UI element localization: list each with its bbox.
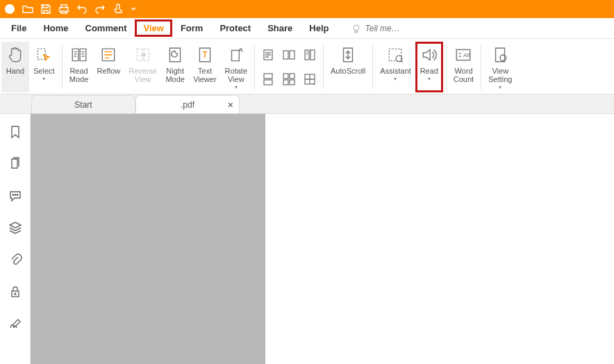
view-setting-icon — [491, 44, 509, 65]
svg-point-20 — [17, 195, 17, 195]
word-count-button[interactable]: AB Word Count — [449, 42, 478, 92]
document-canvas[interactable] — [31, 114, 265, 364]
svg-rect-10 — [305, 50, 309, 60]
rotate-view-label: Rotate View — [225, 67, 247, 83]
pages-icon[interactable] — [8, 157, 22, 171]
signature-icon[interactable] — [8, 317, 22, 331]
workspace — [0, 114, 614, 364]
select-tool-button[interactable]: Select — [29, 42, 59, 92]
navigation-side-rail — [0, 114, 31, 364]
svg-text:AB: AB — [463, 52, 470, 58]
svg-rect-3 — [264, 80, 272, 85]
save-icon[interactable] — [40, 3, 51, 15]
document-tab-pdf[interactable]: .pdf × — [135, 95, 240, 113]
view-setting-button[interactable]: View Setting — [484, 42, 516, 92]
close-icon[interactable]: × — [228, 99, 233, 110]
hand-tool-button[interactable]: Hand — [1, 42, 29, 92]
select-caret-icon — [42, 76, 45, 82]
tell-me-search[interactable] — [351, 23, 427, 34]
reflow-label: Reflow — [97, 67, 121, 75]
svg-rect-5 — [290, 51, 294, 59]
svg-point-22 — [15, 293, 16, 295]
night-mode-button[interactable]: Night Mode — [161, 42, 189, 92]
read-mode-icon — [70, 44, 88, 65]
hand-icon — [6, 44, 24, 65]
document-tab-strip: Start .pdf × — [0, 94, 614, 114]
reflow-button[interactable]: Reflow — [93, 42, 125, 92]
word-count-icon: AB — [454, 44, 472, 65]
text-viewer-label: Text Viewer — [193, 67, 216, 83]
document-tab-start[interactable]: Start — [31, 95, 135, 113]
svg-rect-9 — [290, 80, 294, 85]
undo-icon[interactable] — [76, 3, 88, 15]
menu-form[interactable]: Form — [172, 19, 212, 37]
svg-rect-2 — [264, 74, 272, 78]
continuous-page-button[interactable] — [259, 72, 277, 87]
reflow-icon — [99, 44, 117, 65]
reverse-view-label: Reverse View — [128, 67, 157, 83]
text-viewer-button[interactable]: Text Viewer — [189, 42, 220, 92]
read-mode-button[interactable]: Read Mode — [65, 42, 93, 92]
svg-rect-13 — [390, 49, 401, 60]
lightbulb-icon — [351, 23, 362, 34]
split-button[interactable] — [301, 72, 319, 87]
menu-share[interactable]: Share — [259, 19, 301, 37]
menu-view[interactable]: View — [135, 19, 172, 37]
view-setting-caret-icon — [499, 85, 501, 90]
quick-access-bar — [0, 0, 614, 18]
menu-home[interactable]: Home — [35, 19, 76, 37]
assistant-icon — [386, 44, 404, 65]
continuous-facing-button[interactable] — [280, 72, 298, 87]
text-viewer-icon — [196, 44, 214, 65]
svg-rect-6 — [283, 74, 288, 78]
svg-point-17 — [500, 55, 506, 61]
separate-cover-button[interactable] — [301, 47, 319, 63]
menu-comment[interactable]: Comment — [77, 19, 135, 37]
svg-point-0 — [354, 25, 359, 31]
reverse-view-icon — [134, 44, 152, 65]
bookmark-icon[interactable] — [8, 125, 22, 139]
layers-icon[interactable] — [8, 221, 22, 235]
folder-open-icon[interactable] — [22, 3, 33, 15]
tab-title: .pdf — [181, 100, 194, 110]
tell-me-input[interactable] — [365, 24, 427, 33]
touch-mode-icon[interactable] — [113, 3, 124, 15]
select-label: Select — [33, 67, 55, 75]
svg-rect-8 — [283, 80, 288, 85]
menu-bar: File Home Comment View Form Protect Shar… — [0, 18, 614, 39]
svg-point-18 — [13, 195, 13, 195]
comments-icon[interactable] — [8, 189, 22, 203]
menu-help[interactable]: Help — [301, 19, 337, 37]
rotate-view-button[interactable]: Rotate View — [221, 42, 251, 92]
rotate-caret-icon — [235, 85, 238, 90]
empty-area — [265, 114, 614, 364]
brand-foxit-icon — [4, 3, 15, 15]
night-mode-icon — [166, 44, 184, 65]
svg-point-19 — [15, 195, 15, 195]
night-mode-label: Night Mode — [165, 67, 185, 83]
autoscroll-button[interactable]: AutoScroll — [326, 42, 370, 92]
assistant-caret-icon — [394, 76, 397, 82]
autoscroll-label: AutoScroll — [331, 67, 365, 75]
menu-file[interactable]: File — [3, 19, 35, 37]
read-caret-icon — [428, 76, 431, 82]
rotate-view-icon — [227, 44, 245, 65]
speaker-icon — [420, 44, 438, 65]
attachments-icon[interactable] — [8, 253, 22, 267]
single-page-button[interactable] — [259, 47, 277, 63]
read-aloud-label: Read — [420, 67, 438, 75]
svg-rect-4 — [283, 51, 288, 59]
redo-icon[interactable] — [94, 3, 106, 15]
tab-title: Start — [74, 100, 92, 110]
word-count-label: Word Count — [454, 67, 474, 83]
select-icon — [35, 44, 53, 65]
read-mode-label: Read Mode — [69, 67, 89, 83]
ribbon-view: Hand Select Read Mode Reflow Reverse Vie… — [0, 39, 614, 94]
menu-protect[interactable]: Protect — [211, 19, 259, 37]
read-aloud-button[interactable]: Read — [415, 42, 443, 92]
assistant-button[interactable]: Assistant — [376, 42, 415, 92]
facing-button[interactable] — [280, 47, 298, 63]
print-icon[interactable] — [58, 3, 69, 15]
security-icon[interactable] — [8, 285, 22, 299]
qa-dropdown-icon[interactable] — [131, 3, 136, 15]
